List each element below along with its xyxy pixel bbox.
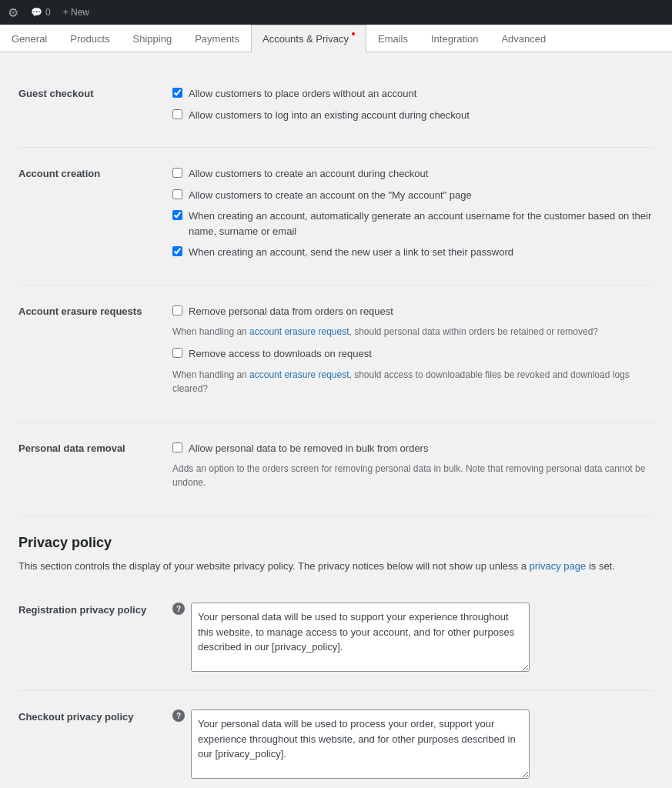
account-creation-section: Account creation Allow customers to crea…	[18, 148, 654, 285]
account-creation-checkbox-2[interactable]	[172, 189, 182, 199]
registration-privacy-section: Registration privacy policy ? Your perso…	[18, 584, 654, 691]
checkout-privacy-textarea[interactable]: Your personal data will be used to proce…	[191, 710, 530, 779]
account-creation-checkbox-4[interactable]	[172, 246, 182, 256]
checkout-privacy-tooltip-icon[interactable]: ?	[172, 710, 185, 722]
guest-checkout-option-1: Allow customers to place orders without …	[172, 86, 654, 102]
account-erasure-help-2: When handling an account erasure request…	[172, 368, 654, 396]
account-erasure-label-2: Remove access to downloads on request	[189, 346, 372, 362]
account-creation-options: Allow customers to create an account dur…	[172, 166, 654, 266]
guest-checkout-label: Guest checkout	[18, 86, 172, 99]
personal-data-removal-label-1: Allow personal data to be removed in bul…	[189, 441, 428, 456]
main-content: Guest checkout Allow customers to place …	[0, 52, 672, 788]
tab-products[interactable]: Products	[59, 25, 121, 52]
registration-privacy-label: Registration privacy policy	[18, 603, 172, 616]
account-erasure-label-1: Remove personal data from orders on requ…	[189, 304, 393, 319]
tab-payments[interactable]: Payments	[183, 25, 251, 52]
account-creation-option-2: Allow customers to create an account on …	[172, 188, 654, 203]
tab-general[interactable]: General	[0, 25, 59, 52]
checkout-privacy-content: ? Your personal data will be used to pro…	[172, 710, 654, 779]
account-creation-option-3: When creating an account, automatically …	[172, 209, 654, 239]
personal-data-removal-options: Allow personal data to be removed in bul…	[172, 441, 654, 498]
tab-integration[interactable]: Integration	[420, 25, 490, 52]
new-button[interactable]: + New	[63, 7, 89, 18]
wp-logo-icon: ⚙	[8, 5, 18, 20]
tab-emails[interactable]: Emails	[366, 25, 420, 52]
account-creation-label: Account creation	[18, 166, 172, 179]
account-creation-checkbox-3[interactable]	[172, 210, 182, 220]
account-erasure-checkbox-2[interactable]	[172, 348, 182, 358]
account-creation-label-1: Allow customers to create an account dur…	[189, 166, 428, 182]
guest-checkout-section: Guest checkout Allow customers to place …	[18, 68, 654, 148]
account-erasure-help-1: When handling an account erasure request…	[172, 325, 654, 339]
guest-checkout-checkbox-2[interactable]	[172, 109, 182, 119]
account-erasure-checkbox-1[interactable]	[172, 306, 182, 316]
personal-data-removal-section: Personal data removal Allow personal dat…	[18, 422, 654, 517]
guest-checkout-checkbox-1[interactable]	[172, 88, 182, 98]
guest-checkout-option-2: Allow customers to log into an existing …	[172, 108, 654, 123]
personal-data-removal-label: Personal data removal	[18, 441, 172, 454]
privacy-policy-desc: This section controls the display of you…	[18, 560, 654, 572]
privacy-page-link[interactable]: privacy page	[530, 560, 587, 572]
tab-advanced[interactable]: Advanced	[490, 25, 557, 52]
personal-data-removal-help: Adds an option to the orders screen for …	[172, 462, 654, 489]
account-erasure-section: Account erasure requests Remove personal…	[18, 285, 654, 422]
account-erasure-label: Account erasure requests	[18, 304, 172, 317]
personal-data-removal-checkbox-1[interactable]	[172, 442, 182, 452]
checkout-privacy-section: Checkout privacy policy ? Your personal …	[18, 691, 654, 788]
account-creation-label-3: When creating an account, automatically …	[189, 209, 654, 239]
account-erasure-option-2: Remove access to downloads on request	[172, 346, 654, 362]
registration-privacy-tooltip-icon[interactable]: ?	[172, 603, 185, 615]
tab-shipping[interactable]: Shipping	[122, 25, 184, 52]
tab-indicator	[352, 32, 355, 35]
guest-checkout-label-1: Allow customers to place orders without …	[189, 86, 416, 102]
checkout-privacy-label: Checkout privacy policy	[18, 710, 172, 723]
account-erasure-link-1[interactable]: account erasure request	[249, 326, 349, 337]
account-erasure-option-1: Remove personal data from orders on requ…	[172, 304, 654, 319]
account-creation-checkbox-1[interactable]	[172, 168, 182, 178]
guest-checkout-options: Allow customers to place orders without …	[172, 86, 654, 129]
admin-bar: ⚙ 💬 0 + New	[0, 0, 672, 25]
account-erasure-options: Remove personal data from orders on requ…	[172, 304, 654, 403]
account-creation-option-4: When creating an account, send the new u…	[172, 245, 654, 260]
guest-checkout-label-2: Allow customers to log into an existing …	[189, 108, 470, 123]
tab-accounts-privacy[interactable]: Accounts & Privacy	[251, 25, 366, 52]
privacy-policy-heading: Privacy policy	[18, 535, 654, 557]
comment-count: 💬 0	[31, 7, 51, 18]
personal-data-removal-option-1: Allow personal data to be removed in bul…	[172, 441, 654, 456]
account-erasure-link-2[interactable]: account erasure request	[249, 369, 349, 380]
comment-icon: 💬	[31, 7, 42, 18]
account-creation-label-2: Allow customers to create an account on …	[189, 188, 472, 203]
tab-navigation: General Products Shipping Payments Accou…	[0, 25, 672, 52]
registration-privacy-textarea[interactable]: Your personal data will be used to suppo…	[191, 603, 530, 672]
account-creation-option-1: Allow customers to create an account dur…	[172, 166, 654, 182]
registration-privacy-content: ? Your personal data will be used to sup…	[172, 603, 654, 672]
account-creation-label-4: When creating an account, send the new u…	[189, 245, 513, 260]
